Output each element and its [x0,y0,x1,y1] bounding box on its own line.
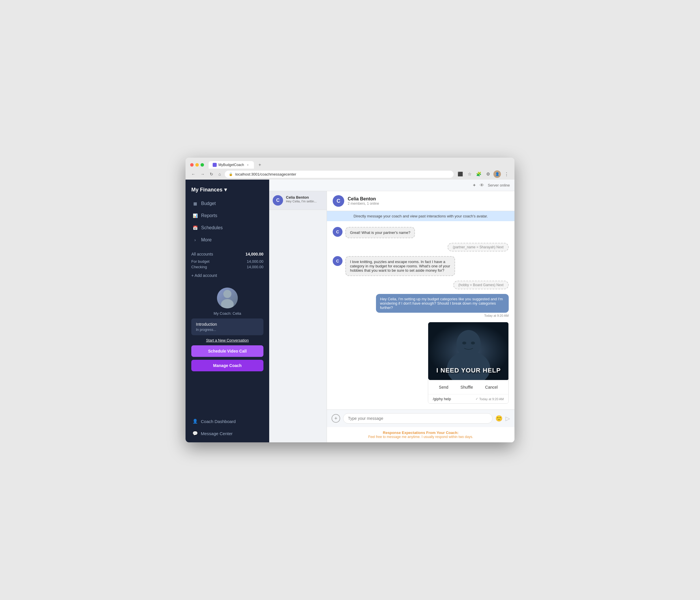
sidebar-item-more[interactable]: › More [189,234,266,246]
reply-row-2: (hobby = Board Games) Next [333,281,509,289]
nav-home-btn[interactable]: ⌂ [217,171,222,177]
nav-forward-btn[interactable]: → [199,171,206,177]
menu-icon[interactable]: ⋮ [503,170,510,178]
sidebar: My Finances ▾ ▦ Budget 📊 Reports 📅 Sched… [185,179,269,442]
tab-favicon [212,163,217,167]
coach-name-label: My Coach: Celia [214,311,241,316]
coach-section: My Coach: Celia Introduction In progress… [185,283,269,376]
add-attachment-btn[interactable]: + [331,414,340,423]
conversation-avatar-letter: C [276,198,280,203]
message-text-2: I love knitting, puzzles and escape room… [350,260,450,272]
send-message-btn[interactable]: ▷ [505,415,510,422]
response-expectations-text: Feel free to message me anytime. I usual… [330,435,511,439]
svg-point-5 [462,342,466,344]
svg-point-6 [471,342,475,344]
for-budget-label: For budget [191,259,209,264]
traffic-light-yellow[interactable] [195,163,199,167]
reply-text: (partner_name = Sharayah) Next [453,245,503,249]
message-text-outgoing: Hey Celia, I'm setting up my budget cate… [380,297,503,310]
messages-container: C Great! What is your partner's name? (p… [327,221,515,409]
checkmark-icon: ✓ [476,397,478,401]
gif-command-time: ✓ Today at 9:20 AM [476,397,504,401]
gif-command-text: /giphy help [433,397,451,401]
conversation-panel: C Celia Benton Hey Celia, I'm settin... [269,191,327,442]
conversation-info: Celia Benton Hey Celia, I'm settin... [286,195,323,203]
gif-controls: Send Shuffle Cancel [428,380,508,394]
extension-icon[interactable]: 🧩 [475,170,483,178]
message-center-icon: 💬 [193,431,198,436]
settings-icon[interactable]: ✦ [472,183,476,188]
sidebar-item-reports[interactable]: 📊 Reports [189,210,266,222]
chat-header-info: Celia Benton 2 members, 1 online [348,196,509,206]
message-bubble-incoming-2: I love knitting, puzzles and escape room… [345,256,455,276]
cast-icon[interactable]: ⬛ [456,170,464,178]
reply-text-2: (hobby = Board Games) Next [458,283,503,287]
gif-shuffle-btn[interactable]: Shuffle [457,384,476,391]
accounts-section: All accounts 14,000.00 For budget 14,000… [185,246,269,283]
new-tab-btn[interactable]: + [256,161,264,169]
settings-icon[interactable]: ⚙ [485,170,491,178]
info-banner-text: Directly message your coach and view pas… [353,214,488,218]
sidebar-bottom-nav: 👤 Coach Dashboard 💬 Message Center [185,412,269,442]
message-input[interactable] [343,413,493,424]
intro-status: In progress... [196,328,259,332]
gif-preview: I NEED YOUR HELP [428,322,509,380]
reply-row: (partner_name = Sharayah) Next [333,243,509,251]
chevron-down-icon: ▾ [224,187,227,193]
for-budget-value: 14,000.00 [247,259,264,264]
sidebar-item-label-budget: Budget [201,201,216,206]
browser-tab[interactable]: MyBudgetCoach × [209,161,254,169]
sidebar-item-schedules[interactable]: 📅 Schedules [189,222,266,234]
sidebar-item-budget[interactable]: ▦ Budget [189,197,266,210]
add-account-button[interactable]: + Add account [191,271,217,280]
gif-send-btn[interactable]: Send [435,384,452,391]
gif-cancel-btn[interactable]: Cancel [481,384,501,391]
gif-command-row: /giphy help ✓ Today at 9:20 AM [428,394,508,403]
sidebar-nav: ▦ Budget 📊 Reports 📅 Schedules › More [185,197,269,246]
sidebar-item-label-more: More [201,237,211,243]
conversation-list-item[interactable]: C Celia Benton Hey Celia, I'm settin... [269,191,327,210]
nav-refresh-btn[interactable]: ↻ [209,171,215,177]
message-row-2: C I love knitting, puzzles and escape ro… [333,256,509,276]
my-finances-label: My Finances [191,187,222,193]
schedule-video-call-btn[interactable]: Schedule Video Call [191,345,264,357]
sidebar-item-coach-dashboard[interactable]: 👤 Coach Dashboard [189,415,266,427]
reports-icon: 📊 [193,213,198,218]
server-status: Server online [488,183,510,187]
profile-avatar[interactable]: 👤 [493,170,501,178]
start-new-conversation-btn[interactable]: Start a New Conversation [206,338,249,342]
traffic-light-red[interactable] [190,163,194,167]
tab-close-btn[interactable]: × [246,163,250,167]
chat-header-status: 2 members, 1 online [348,201,509,206]
chat-header-name: Celia Benton [348,196,509,201]
bookmark-icon[interactable]: ☆ [467,170,473,178]
message-avatar-2: C [333,256,343,266]
schedules-icon: 📅 [193,225,198,230]
gif-overlay-text: I NEED YOUR HELP [428,367,509,374]
sidebar-item-label-schedules: Schedules [201,225,223,231]
message-avatar: C [333,227,343,237]
chat-header-avatar-letter: C [337,198,341,204]
manage-coach-btn[interactable]: Manage Coach [191,360,264,371]
all-accounts-value: 14,000.00 [246,252,264,257]
reply-bubble: (partner_name = Sharayah) Next [448,243,509,251]
gif-preview-container: I NEED YOUR HELP Send Shuffle Cancel /gi… [333,322,509,404]
topbar: ✦ 👁 Server online [269,179,515,191]
nav-back-btn[interactable]: ← [190,171,197,177]
conversation-avatar: C [273,195,283,206]
message-bubble-outgoing: Hey Celia, I'm setting up my budget cate… [376,294,509,313]
conversation-name: Celia Benton [286,195,323,199]
chat-header: C Celia Benton 2 members, 1 online [327,191,515,211]
my-finances-btn[interactable]: My Finances ▾ [191,187,227,193]
address-bar[interactable]: 🔒 localhost:3001/coachmessagecenter [225,171,454,178]
gif-preview-box: I NEED YOUR HELP Send Shuffle Cancel /gi… [428,322,509,404]
svg-point-1 [221,299,234,308]
sidebar-item-message-center[interactable]: 💬 Message Center [189,427,266,439]
eye-icon[interactable]: 👁 [479,183,484,188]
message-input-row: + 🙂 ▷ [327,409,515,427]
traffic-light-green[interactable] [201,163,204,167]
emoji-btn[interactable]: 🙂 [495,415,503,422]
address-text: localhost:3001/coachmessagecenter [235,172,296,176]
all-accounts-label: All accounts [191,252,213,257]
main-content: ✦ 👁 Server online C Celia Benton Hey Cel… [269,179,515,442]
